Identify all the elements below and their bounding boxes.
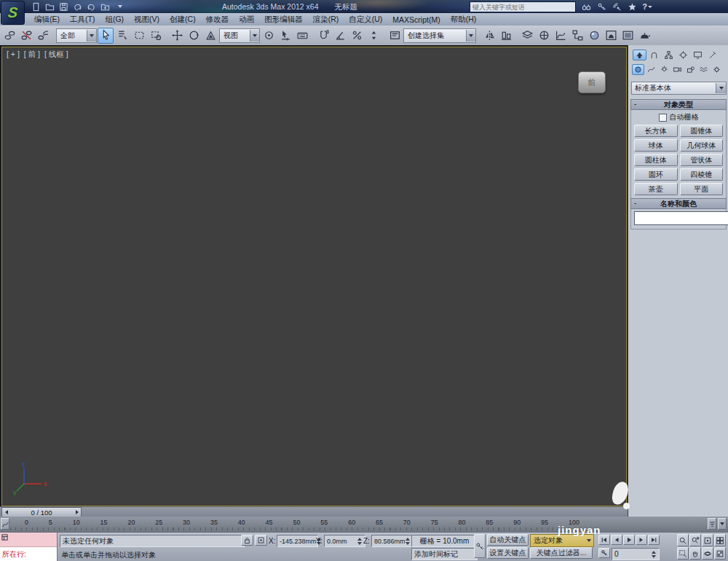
undo-button[interactable] [72,1,83,12]
mirror-button[interactable] [481,28,497,44]
tab-motion[interactable] [676,50,690,60]
window-crossing-toggle-button[interactable] [148,28,164,44]
object-name-input[interactable] [634,211,728,225]
project-folder-button[interactable] [100,1,111,12]
object-type-button[interactable]: 几何球体 [680,139,724,152]
percent-snap-button[interactable] [349,28,365,44]
spinner-icon[interactable] [356,536,363,546]
graphite-tools-button[interactable] [536,28,552,44]
menu-item[interactable]: 动画 [234,13,259,26]
zoom-all-button[interactable] [689,534,701,546]
menu-item[interactable]: 渲染(R) [308,13,344,26]
rendered-frame-window-button[interactable] [620,28,636,44]
object-type-button[interactable]: 球体 [634,139,678,152]
tab-create[interactable] [633,50,646,60]
viewport-menu-plus[interactable]: [ + ] [7,50,20,60]
open-file-button[interactable] [44,1,55,12]
object-type-button[interactable]: 四棱锥 [680,168,724,181]
set-keys-button[interactable] [474,534,486,558]
spinner-snap-button[interactable] [365,28,381,44]
favorites-star-icon[interactable] [627,2,637,12]
autogrid-checkbox[interactable] [659,114,667,122]
menu-item[interactable]: MAXScript(M) [387,13,445,26]
select-and-link-button[interactable] [1,28,17,44]
menu-item[interactable]: 帮助(H) [446,13,482,26]
tab-hierarchy[interactable] [662,50,676,60]
category-cameras[interactable] [671,64,684,75]
viewcube-face-label[interactable]: 前 [588,77,596,88]
select-by-name-button[interactable] [114,28,130,44]
keyboard-shortcut-override-button[interactable] [294,28,310,44]
absolute-offset-mode-toggle-button[interactable] [255,535,267,546]
coord-x-field[interactable]: -145.238mm [277,535,318,547]
curve-editor-button[interactable] [553,28,569,44]
category-systems[interactable] [711,64,723,75]
render-setup-button[interactable] [603,28,619,44]
menu-item[interactable]: 视图(V) [129,13,165,26]
zoom-button[interactable] [677,534,689,546]
time-slider-handle[interactable]: 0 / 100 [1,507,82,517]
select-and-rotate-button[interactable] [186,28,202,44]
reference-coordinate-dropdown[interactable]: 视图 [219,28,260,43]
coord-z-field[interactable]: 80.586mm [371,535,413,547]
redo-button[interactable] [86,1,97,12]
selection-filter-dropdown[interactable]: 全部 [56,28,97,43]
tab-display[interactable] [691,50,705,60]
zoom-region-button[interactable] [677,547,689,560]
object-type-rollout-header[interactable]: - 对象类型 [630,99,727,110]
pan-view-button[interactable] [689,547,701,560]
object-type-button[interactable]: 平面 [680,183,724,195]
communication-center-icon[interactable] [612,2,622,12]
previous-frame-arrow[interactable] [2,508,10,517]
material-editor-button[interactable] [586,28,602,44]
category-shapes[interactable] [645,64,657,75]
zoom-extents-button[interactable] [702,534,713,546]
render-production-button[interactable] [636,28,652,44]
orbit-button[interactable] [702,547,713,560]
auto-key-toggle-button[interactable]: 自动关键点 [487,534,529,546]
key-mode-toggle-button[interactable] [598,548,610,558]
select-and-manipulate-button[interactable] [277,28,293,44]
unlink-selection-button[interactable] [18,28,34,44]
help-button[interactable]: ? [642,2,652,12]
viewport-shading-label[interactable]: [ 线框 ] [44,50,68,60]
object-type-button[interactable]: 管状体 [680,154,724,166]
spinner-icon[interactable] [405,536,410,546]
next-frame-arrow[interactable] [73,508,81,517]
macro-recorder-field[interactable] [0,533,57,547]
menu-item[interactable]: 图形编辑器 [259,13,308,26]
go-to-end-button[interactable] [648,535,660,545]
previous-frame-button[interactable] [611,535,622,545]
object-type-button[interactable]: 长方体 [634,125,678,137]
search-input[interactable] [470,1,576,12]
category-space-warps[interactable] [697,64,710,75]
spinner-icon[interactable] [650,549,657,559]
sign-in-key-icon[interactable] [596,2,606,12]
viewport-view-label[interactable]: [ 前 ] [24,50,40,60]
layer-manager-button[interactable] [519,28,535,44]
angle-snap-button[interactable] [332,28,348,44]
coord-y-field[interactable]: 0.0mm [324,535,365,547]
menu-item[interactable]: 修改器 [201,13,234,26]
tab-utilities[interactable] [705,50,719,60]
align-button[interactable] [498,28,514,44]
current-frame-field[interactable]: 0 [612,548,660,560]
menu-item[interactable]: 工具(T) [65,13,100,26]
object-type-button[interactable]: 圆锥体 [680,125,724,137]
edit-named-selection-sets-button[interactable] [387,28,403,44]
application-menu-button[interactable]: S [1,1,25,25]
tab-modify[interactable] [647,50,661,60]
menu-item[interactable]: 编辑(E) [29,13,65,26]
select-and-scale-button[interactable] [202,28,218,44]
go-to-start-button[interactable] [598,535,610,545]
set-key-toggle-button[interactable]: 设置关键点 [487,547,529,559]
primitive-category-dropdown[interactable]: 标准基本体 [631,82,727,95]
key-filters-button[interactable]: 关键点过滤器... [530,547,593,559]
menu-item[interactable]: 创建(C) [165,13,201,26]
trackbar-filter-button[interactable] [708,518,716,530]
next-frame-button[interactable] [636,535,647,545]
maximize-viewport-toggle-button[interactable] [714,547,726,560]
viewcube[interactable]: 前 [578,71,606,93]
new-scene-button[interactable] [31,1,41,12]
object-type-button[interactable]: 茶壶 [634,183,678,195]
